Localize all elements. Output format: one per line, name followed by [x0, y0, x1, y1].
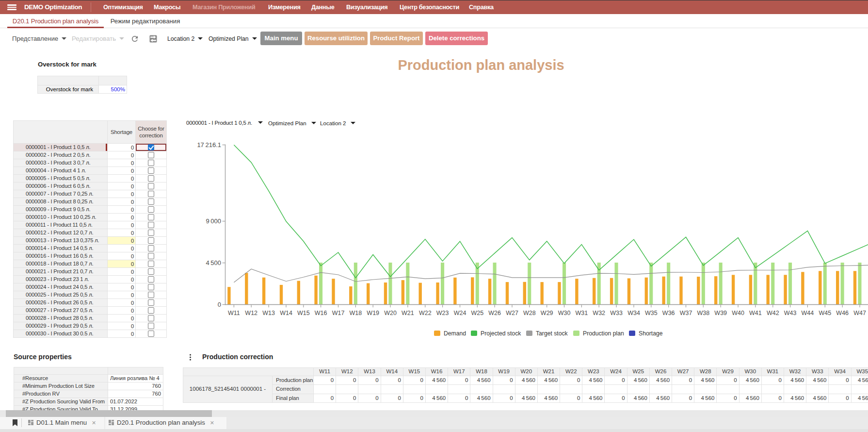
- svg-text:W35: W35: [645, 310, 658, 316]
- svg-text:W17: W17: [332, 310, 345, 316]
- svg-text:W26: W26: [488, 310, 501, 316]
- svg-text:W30: W30: [558, 310, 571, 316]
- svg-text:W12: W12: [245, 310, 257, 316]
- svg-text:W28: W28: [523, 310, 536, 316]
- svg-text:W34: W34: [627, 310, 640, 316]
- svg-text:W15: W15: [297, 310, 310, 316]
- svg-text:W23: W23: [436, 310, 449, 316]
- svg-text:W21: W21: [402, 310, 414, 316]
- svg-text:W36: W36: [662, 310, 675, 316]
- svg-text:W27: W27: [506, 310, 518, 316]
- svg-text:W29: W29: [541, 310, 553, 316]
- svg-text:W20: W20: [384, 310, 397, 316]
- svg-text:W33: W33: [610, 310, 623, 316]
- svg-text:W37: W37: [680, 310, 692, 316]
- svg-text:4 500: 4 500: [206, 259, 221, 266]
- svg-text:W46: W46: [836, 310, 849, 316]
- svg-text:W11: W11: [228, 310, 240, 316]
- svg-text:W45: W45: [819, 310, 831, 316]
- svg-text:W39: W39: [714, 310, 727, 316]
- svg-text:W40: W40: [732, 310, 744, 316]
- svg-text:W16: W16: [315, 310, 327, 316]
- svg-text:W43: W43: [784, 310, 797, 316]
- svg-text:0: 0: [218, 301, 221, 308]
- svg-text:W47: W47: [853, 310, 866, 316]
- svg-text:17 216.1: 17 216.1: [197, 141, 221, 149]
- svg-text:W44: W44: [802, 310, 814, 316]
- svg-text:W19: W19: [367, 310, 379, 316]
- svg-text:W41: W41: [749, 310, 762, 316]
- svg-text:W31: W31: [576, 310, 588, 316]
- svg-text:W38: W38: [697, 310, 709, 316]
- svg-text:9 000: 9 000: [206, 217, 221, 225]
- svg-text:W24: W24: [454, 310, 466, 316]
- svg-text:W22: W22: [419, 310, 432, 316]
- svg-text:W13: W13: [262, 310, 275, 316]
- svg-text:W14: W14: [280, 310, 292, 316]
- svg-text:W32: W32: [593, 310, 605, 316]
- svg-text:W25: W25: [471, 310, 483, 316]
- svg-text:W18: W18: [350, 310, 362, 316]
- svg-text:W42: W42: [767, 310, 779, 316]
